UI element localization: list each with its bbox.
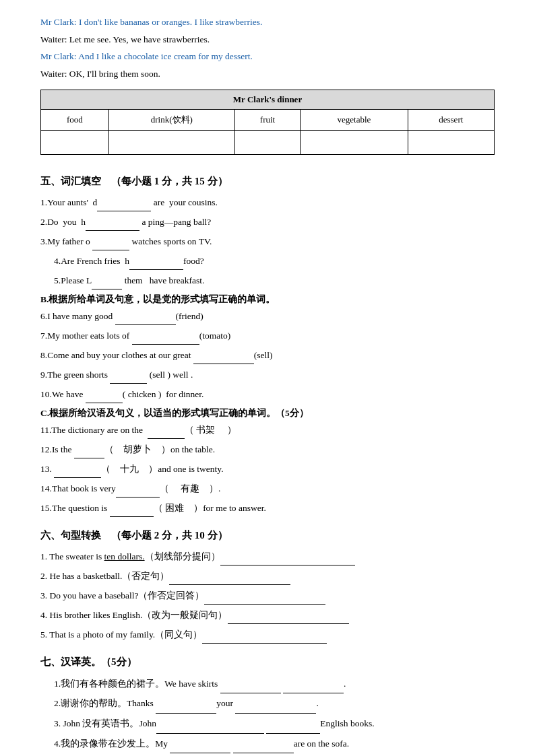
table-cell-vegetable: [301, 130, 408, 154]
s5-b-title: B.根据所给单词及句意，以是党的形式填写正确的单词。: [40, 294, 495, 306]
section7: 七、汉译英。（5分） 1.我们有各种颜色的裙子。We have skirts .…: [40, 656, 495, 754]
s5-c12: 12.Is the （ 胡萝卜 ）on the table.: [40, 440, 495, 458]
s5-b7: 7.My mother eats lots of (tomato): [40, 327, 495, 345]
s5-c14: 14.That book is very（ 有趣 ）.: [40, 479, 495, 497]
table-cell-drink: [108, 130, 234, 154]
section6-title: 六、句型转换 （每小题 2 分，共 10 分）: [40, 529, 495, 542]
s6-q1: 1. The sweater is ten dollars.（划线部分提问）: [40, 547, 495, 565]
dinner-table-container: Mr Clark's dinner food drink(饮料) fruit v…: [40, 90, 495, 155]
dialogue-section: Mr Clark: I don't like bananas or orange…: [40, 13, 495, 83]
s5-a1: 1.Your aunts' d are your cousins.: [40, 193, 495, 211]
s7-q1: 1.我们有各种颜色的裙子。We have skirts .: [40, 674, 495, 694]
s5-c13: 13. （ 十九 ）and one is twenty.: [40, 460, 495, 478]
table-header-drink: drink(饮料): [108, 109, 234, 130]
table-header-dessert: dessert: [408, 109, 494, 130]
s5-b10: 10.We have ( chicken ) for dinner.: [40, 385, 495, 403]
table-cell-dessert: [408, 130, 494, 154]
s5-b8: 8.Come and buy your clothes at our great…: [40, 346, 495, 364]
dinner-table: Mr Clark's dinner food drink(饮料) fruit v…: [40, 90, 495, 155]
s7-q4: 4.我的录像带在沙发上。My are on the sofa.: [40, 734, 495, 754]
dialogue-line-1: Mr Clark: I don't like bananas or orange…: [40, 13, 495, 31]
s6-q2: 2. He has a basketball.（否定句）: [40, 567, 495, 585]
s7-q3: 3. John 没有英语书。John English books.: [40, 714, 495, 734]
table-header-food: food: [41, 109, 109, 130]
dialogue-line-3: Mr Clark: And I like a chocolate ice cre…: [40, 48, 495, 65]
s5-a4: 4.Are French fries hfood?: [40, 252, 495, 270]
s6-q5: 5. That is a photo of my family.（同义句）: [40, 625, 495, 644]
s7-q2: 2.谢谢你的帮助。Thanks your .: [40, 693, 495, 714]
s5-c15: 15.The question is （ 困难 ）for me to answe…: [40, 499, 495, 517]
table-title: Mr Clark's dinner: [41, 90, 495, 109]
table-header-fruit: fruit: [234, 109, 301, 130]
table-header-vegetable: vegetable: [301, 109, 408, 130]
s5-b9: 9.The green shorts (sell ) well .: [40, 366, 495, 384]
s6-q3: 3. Do you have a baseball?（作否定回答）: [40, 586, 495, 605]
s5-a2: 2.Do you h a ping—pang ball?: [40, 213, 495, 231]
dialogue-line-4: Waiter: OK, I'll bring them soon.: [40, 65, 495, 83]
s6-q4: 4. His brother likes English.（改为一般疑问句）: [40, 606, 495, 624]
section7-title: 七、汉译英。（5分）: [40, 656, 495, 668]
s5-a3: 3.My father o watches sports on TV.: [40, 232, 495, 250]
dialogue-line-2: Waiter: Let me see. Yes, we have strawbe…: [40, 31, 495, 48]
section6: 六、句型转换 （每小题 2 分，共 10 分） 1. The sweater i…: [40, 529, 495, 644]
s5-c11: 11.The dictionary are on the （ 书架 ）: [40, 421, 495, 439]
section5: 五、词汇填空 （每小题 1 分，共 15 分） 1.Your aunts' d …: [40, 175, 495, 517]
table-cell-fruit: [234, 130, 301, 154]
s5-b6: 6.I have many good (friend): [40, 307, 495, 325]
section5-title: 五、词汇填空 （每小题 1 分，共 15 分）: [40, 175, 495, 188]
s5-a5: 5.Please L them have breakfast.: [40, 271, 495, 289]
s5-c-title: C.根据所给汉语及句义，以适当的形式填写正确的单词。（5分）: [40, 407, 495, 419]
table-cell-food: [41, 130, 109, 154]
